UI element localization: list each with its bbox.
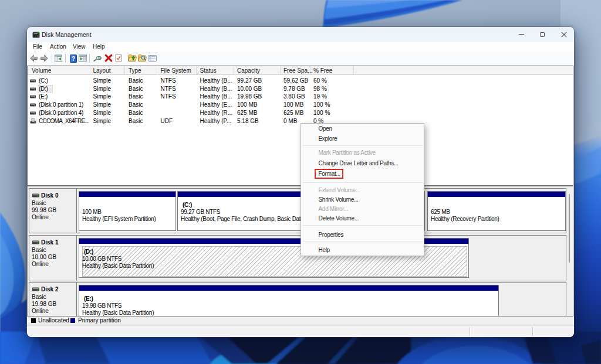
svg-text:?: ?	[71, 55, 75, 62]
